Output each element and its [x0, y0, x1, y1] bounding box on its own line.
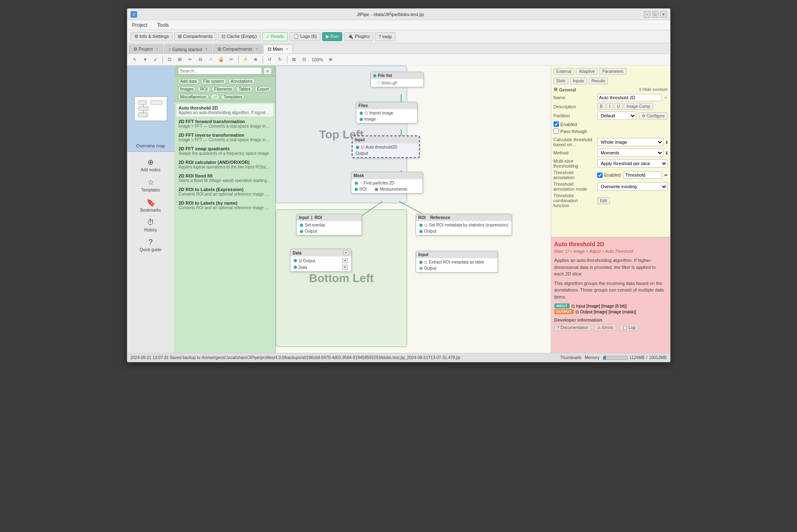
run-button[interactable]: ▶ Run: [322, 32, 342, 41]
ready-button[interactable]: ✓ Ready: [262, 32, 288, 41]
external-button[interactable]: External: [554, 68, 575, 75]
multi-slice-select[interactable]: Apply threshold per slice: [597, 159, 668, 168]
inputs-button[interactable]: Inputs: [570, 77, 587, 84]
list-item[interactable]: 2D ROI to Labels (by name) Converts ROI …: [176, 199, 273, 212]
port-play2: [355, 182, 358, 185]
node-find-particles[interactable]: Mask ○ Find particles 2D ROI Measurement…: [351, 172, 423, 194]
info-settings-button[interactable]: ⚙ Info & Settings: [131, 32, 173, 41]
configure-button[interactable]: ⚙ Configure: [639, 112, 667, 119]
menu-tools[interactable]: Tools: [156, 21, 171, 29]
cat-templates[interactable]: Templates: [221, 94, 245, 100]
node-data-output[interactable]: Data + ⊡ Output + Data +: [290, 249, 352, 272]
enabled-checkbox[interactable]: [554, 121, 559, 127]
parameters-button[interactable]: Parameters: [599, 68, 626, 75]
tool10[interactable]: ✂: [227, 55, 236, 64]
adaptive-button[interactable]: Adaptive: [576, 68, 598, 75]
cat-add-data[interactable]: Add data: [178, 78, 199, 84]
list-item[interactable]: 2D ROI to Labels (Expression) Converts R…: [176, 185, 273, 198]
auto-threshold-label: Auto threshold2D: [366, 145, 397, 149]
tab-project[interactable]: ⚙ Project ×: [129, 44, 163, 54]
add-btn2[interactable]: +: [342, 258, 348, 263]
add-data-btn[interactable]: +: [343, 250, 348, 255]
nav-templates[interactable]: ☆ Templates: [132, 175, 169, 195]
tab-main[interactable]: ⊡ Main ×: [263, 44, 293, 54]
tool5[interactable]: ⊞: [175, 55, 185, 64]
cache-button[interactable]: ⊡ Cache (Empty): [218, 32, 260, 41]
menu-project[interactable]: Project: [131, 21, 149, 29]
nav-bookmarks[interactable]: 🔖 Bookmarks: [132, 196, 169, 215]
list-item[interactable]: 2D FFT forward transformation Image > FF…: [176, 117, 273, 130]
select-tool[interactable]: ↖: [131, 55, 140, 64]
nav-history[interactable]: ⏱ History: [132, 216, 169, 235]
tool14[interactable]: ⊡: [300, 55, 309, 64]
redo-tool[interactable]: ↻: [276, 55, 285, 64]
pass-through-checkbox[interactable]: [554, 128, 559, 134]
list-item[interactable]: 2D FFT swap quadrants Swaps the quadrant…: [176, 145, 273, 157]
compartments-button[interactable]: ⊞ Compartments: [174, 32, 216, 41]
cat-filesystem[interactable]: File system: [201, 78, 227, 84]
node-list-menu[interactable]: ≡: [264, 68, 272, 75]
canvas-area[interactable]: Top Left Bottom Left: [276, 65, 551, 353]
partition-select[interactable]: Default: [597, 112, 637, 120]
italic-button[interactable]: I: [606, 103, 613, 110]
maximize-button[interactable]: □: [652, 11, 659, 18]
tool3[interactable]: ↙: [151, 55, 160, 64]
logs-button[interactable]: 📋 Logs (6): [290, 32, 320, 41]
tool11[interactable]: ⚡: [241, 55, 250, 64]
list-item[interactable]: 2D FFT inverse transformation Image > FF…: [176, 131, 273, 144]
close-button[interactable]: ×: [660, 11, 667, 18]
tool8[interactable]: ☆: [206, 55, 215, 64]
log-button[interactable]: 📋 Log: [619, 324, 638, 331]
name-input[interactable]: [597, 94, 662, 101]
image-comp-button[interactable]: Image Comp: [624, 103, 653, 110]
node-set-roi-metadata[interactable]: ROI Reference ⊡ Set ROI metadata by stat…: [416, 214, 512, 236]
zoom-in[interactable]: ⊕: [326, 55, 335, 64]
node-file-list[interactable]: File list 📄 blobs.gif: [370, 72, 424, 87]
errors-button[interactable]: ⚠ Errors: [594, 324, 616, 331]
list-item[interactable]: 2D ROI calculator (AND/OR/XOR) Applies l…: [176, 158, 273, 171]
method-select[interactable]: Moments: [597, 149, 664, 157]
slots-button[interactable]: Slots: [554, 77, 568, 84]
calc-select[interactable]: Whole image: [597, 138, 664, 146]
node-set-overlay[interactable]: Input | ROI Set overlay Output: [296, 214, 362, 236]
thresh-mode-select[interactable]: Overwrite existing: [597, 182, 668, 191]
tool4[interactable]: ⊡: [165, 55, 174, 64]
cat-tables[interactable]: Tables: [236, 86, 253, 92]
documentation-button[interactable]: ? Documentation: [554, 324, 591, 331]
nav-quick-guide[interactable]: ? Quick guide: [132, 236, 169, 254]
node-auto-threshold[interactable]: Input ⊡ Auto threshold2D Output: [352, 135, 420, 158]
help-button[interactable]: ? Help: [375, 32, 395, 41]
cat-sort[interactable]: ↓↑: [210, 94, 220, 100]
node-import-image[interactable]: Files ⊡ Import image Image: [356, 102, 418, 124]
add-btn3[interactable]: +: [342, 265, 348, 270]
tab-compartments[interactable]: ⊞ Compartments ×: [213, 44, 262, 54]
hide-content-btn[interactable]: Hide content: [643, 87, 668, 92]
tool13[interactable]: ⊠: [290, 55, 299, 64]
cat-images[interactable]: Images: [178, 86, 196, 92]
tool7[interactable]: ⊟: [196, 55, 205, 64]
tool6[interactable]: ✏: [186, 55, 195, 64]
bold-button[interactable]: B: [597, 103, 606, 110]
cat-export[interactable]: Export: [255, 86, 271, 92]
undo-tool[interactable]: ↺: [265, 55, 274, 64]
node-search-input[interactable]: [178, 67, 262, 75]
edit-button[interactable]: Edit: [597, 197, 610, 204]
underline-button[interactable]: U: [614, 103, 623, 110]
minimize-button[interactable]: −: [644, 11, 650, 18]
thresh-enabled[interactable]: [597, 173, 603, 178]
tool12[interactable]: ⊕: [251, 55, 260, 64]
plugins-button[interactable]: 🔌 Plugins: [344, 32, 373, 41]
move-tool[interactable]: ✦: [141, 55, 150, 64]
tab-getting-started[interactable]: ○ Getting started ×: [164, 44, 213, 54]
results-button[interactable]: Results: [589, 77, 608, 84]
node-extract-roi[interactable]: Input ⊡ Extract ROI metadata as table ⊞ …: [416, 251, 498, 273]
list-item[interactable]: Auto threshold 2D Applies an auto-thresh…: [176, 104, 273, 117]
threshold-name-input[interactable]: [623, 171, 662, 179]
cat-misc[interactable]: Miscellaneous: [178, 94, 209, 100]
cat-roi[interactable]: ROI: [198, 86, 210, 92]
tool9[interactable]: 🔒: [217, 55, 226, 64]
cat-annotations[interactable]: Annotations: [228, 78, 255, 84]
nav-add-nodes[interactable]: ⊕ Add nodes: [132, 155, 169, 175]
list-item[interactable]: 2D ROI flood fill Starts a flood fill (M…: [176, 172, 273, 184]
cat-filaments[interactable]: Filaments: [212, 86, 234, 92]
